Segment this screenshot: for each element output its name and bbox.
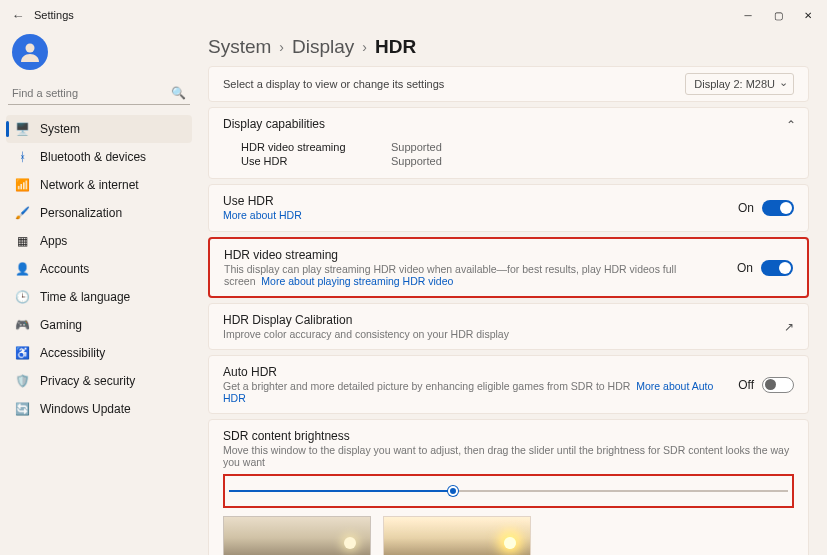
auto-desc: Get a brighter and more detailed picture… [223,380,630,392]
main-content: System › Display › HDR Select a display … [198,30,827,555]
display-selector-row: Select a display to view or change its s… [208,66,809,102]
use-hdr-toggle[interactable] [762,200,794,216]
preview-images: SDR content HDR content (for comparison) [223,516,794,555]
nav-privacy[interactable]: 🛡️Privacy & security [6,367,192,395]
back-button[interactable]: ← [4,8,32,23]
nav-update[interactable]: 🔄Windows Update [6,395,192,423]
sdr-preview-image [223,516,371,555]
titlebar: ← Settings ─ ▢ ✕ [0,0,827,30]
close-button[interactable]: ✕ [793,3,823,27]
cap-value: Supported [391,155,442,167]
nav-label: Network & internet [40,178,139,192]
display-selector-label: Select a display to view or change its s… [223,78,444,90]
cap-key: HDR video streaming [241,141,361,153]
nav-label: Accounts [40,262,89,276]
use-hdr-state: On [738,201,754,215]
nav-label: Privacy & security [40,374,135,388]
nav-label: Windows Update [40,402,131,416]
auto-hdr-toggle[interactable] [762,377,794,393]
external-link-icon[interactable]: ↗ [784,320,794,334]
nav-label: Gaming [40,318,82,332]
nav-time[interactable]: 🕒Time & language [6,283,192,311]
breadcrumb: System › Display › HDR [208,36,809,58]
calibration-row[interactable]: HDR Display Calibration Improve color ac… [208,303,809,350]
nav-accounts[interactable]: 👤Accounts [6,255,192,283]
svg-point-0 [26,44,35,53]
chevron-right-icon: › [362,39,367,55]
shield-icon: 🛡️ [14,373,30,389]
apps-icon: ▦ [14,233,30,249]
capabilities-header: Display capabilities [223,117,782,131]
use-hdr-link[interactable]: More about HDR [223,209,302,221]
stream-toggle[interactable] [761,260,793,276]
calib-desc: Improve color accuracy and consistency o… [223,328,776,340]
minimize-button[interactable]: ─ [733,3,763,27]
nav-bluetooth[interactable]: ᚼBluetooth & devices [6,143,192,171]
slider-fill [229,490,453,492]
sdr-brightness-slider[interactable] [229,484,788,498]
search-icon: 🔍 [171,86,186,100]
crumb-system[interactable]: System [208,36,271,58]
nav-label: Personalization [40,206,122,220]
clock-icon: 🕒 [14,289,30,305]
search-box[interactable]: 🔍 [8,84,190,105]
nav-label: Time & language [40,290,130,304]
auto-hdr-row: Auto HDR Get a brighter and more detaile… [208,355,809,414]
nav-system[interactable]: 🖥️System [6,115,192,143]
cap-value: Supported [391,141,442,153]
nav-label: Bluetooth & devices [40,150,146,164]
user-avatar[interactable] [12,34,48,70]
calib-title: HDR Display Calibration [223,313,776,327]
crumb-display[interactable]: Display [292,36,354,58]
maximize-button[interactable]: ▢ [763,3,793,27]
system-icon: 🖥️ [14,121,30,137]
cap-key: Use HDR [241,155,361,167]
nav-network[interactable]: 📶Network & internet [6,171,192,199]
preview-sdr: SDR content [223,516,371,555]
sdr-slider-container [223,474,794,508]
nav-label: Accessibility [40,346,105,360]
bluetooth-icon: ᚼ [14,149,30,165]
display-selector[interactable]: Display 2: M28U [685,73,794,95]
nav-apps[interactable]: ▦Apps [6,227,192,255]
search-input[interactable] [12,87,171,99]
nav-gaming[interactable]: 🎮Gaming [6,311,192,339]
sidebar: 🔍 🖥️System ᚼBluetooth & devices 📶Network… [0,30,198,555]
chevron-right-icon: › [279,39,284,55]
display-capabilities-card[interactable]: Display capabilities HDR video streaming… [208,107,809,179]
nav-personalization[interactable]: 🖌️Personalization [6,199,192,227]
crumb-hdr: HDR [375,36,416,58]
accounts-icon: 👤 [14,261,30,277]
stream-link[interactable]: More about playing streaming HDR video [261,275,453,287]
stream-title: HDR video streaming [224,248,737,262]
accessibility-icon: ♿ [14,345,30,361]
hdr-streaming-row: HDR video streaming This display can pla… [208,237,809,298]
sdr-title: SDR content brightness [223,429,794,443]
preview-hdr: HDR content (for comparison) [383,516,531,555]
wifi-icon: 📶 [14,177,30,193]
nav-accessibility[interactable]: ♿Accessibility [6,339,192,367]
hdr-preview-image [383,516,531,555]
window-controls: ─ ▢ ✕ [733,3,823,27]
nav-label: Apps [40,234,67,248]
sdr-desc: Move this window to the display you want… [223,444,794,468]
nav-label: System [40,122,80,136]
gaming-icon: 🎮 [14,317,30,333]
auto-state: Off [738,378,754,392]
use-hdr-row: Use HDR More about HDR On [208,184,809,232]
slider-thumb[interactable] [448,486,458,496]
sdr-brightness-card: SDR content brightness Move this window … [208,419,809,555]
update-icon: 🔄 [14,401,30,417]
paint-icon: 🖌️ [14,205,30,221]
use-hdr-title: Use HDR [223,194,738,208]
stream-state: On [737,261,753,275]
window-title: Settings [34,9,74,21]
auto-title: Auto HDR [223,365,738,379]
